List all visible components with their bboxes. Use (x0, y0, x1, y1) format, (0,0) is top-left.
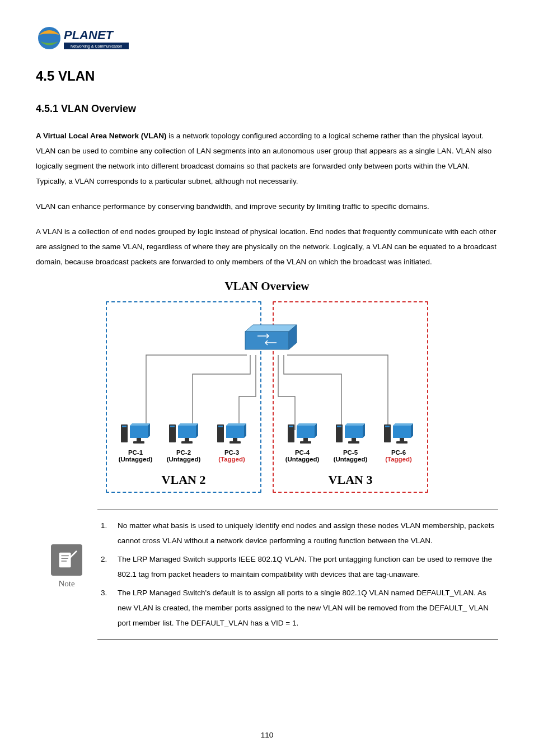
pc-tag: (Untagged) (167, 456, 201, 463)
diagram-title: VLAN Overview (106, 279, 428, 293)
svg-marker-18 (226, 423, 246, 426)
pc-name: PC-3 (224, 449, 239, 456)
svg-rect-5 (130, 426, 148, 438)
note-item: 1.No matter what basis is used to unique… (99, 518, 497, 548)
svg-rect-14 (185, 438, 189, 441)
pc-name: PC-4 (295, 449, 310, 456)
pc-name: PC-6 (391, 449, 406, 456)
svg-rect-10 (170, 426, 175, 427)
pc-tag: (Tagged) (218, 456, 245, 463)
page-number: 110 (0, 731, 534, 739)
pc-tag: (Tagged) (385, 456, 412, 463)
svg-marker-34 (363, 423, 365, 438)
svg-rect-47 (59, 553, 71, 568)
pc-name: PC-2 (176, 449, 191, 456)
svg-marker-11 (178, 423, 198, 426)
pc-node: PC-2(Untagged) (161, 420, 207, 463)
svg-rect-43 (396, 441, 407, 444)
pc-name: PC-1 (128, 449, 143, 456)
svg-marker-6 (148, 423, 150, 438)
note-item: 3.The LRP Managed Switch's default is to… (99, 585, 497, 631)
paragraph-1-lead: A Virtual Local Area Network (VLAN) (36, 132, 167, 140)
svg-rect-8 (133, 441, 144, 444)
svg-rect-42 (400, 438, 404, 441)
pc-tag: (Untagged) (334, 456, 368, 463)
svg-rect-17 (218, 426, 223, 427)
svg-rect-33 (345, 426, 363, 438)
note-item-text: The LRP Managed Switch supports IEEE 802… (118, 552, 497, 582)
note-icon (51, 544, 82, 576)
pc-tag: (Untagged) (285, 456, 320, 463)
note-block: Note 1.No matter what basis is used to u… (36, 510, 498, 640)
pc-node: PC-1(Untagged) (113, 420, 158, 463)
note-item-number: 1. (99, 518, 118, 548)
svg-rect-3 (122, 426, 127, 427)
pc-tag: (Untagged) (119, 456, 153, 463)
svg-marker-13 (196, 423, 198, 438)
switch-icon (236, 319, 298, 358)
pc-name: PC-5 (343, 449, 358, 456)
svg-rect-15 (181, 441, 193, 444)
logo-tagline-text: Networking & Communication (71, 44, 122, 49)
pc-node: PC-3(Tagged) (209, 420, 255, 463)
svg-marker-25 (297, 423, 317, 426)
svg-marker-32 (345, 423, 365, 426)
section-heading: 4.5 VLAN (36, 68, 498, 84)
svg-marker-27 (315, 423, 317, 438)
note-item-text: The LRP Managed Switch's default is to a… (118, 585, 497, 631)
svg-rect-29 (300, 441, 311, 444)
svg-marker-41 (411, 423, 413, 438)
note-item-number: 3. (99, 585, 118, 631)
svg-rect-19 (226, 426, 244, 438)
paragraph-2: VLAN can enhance performance by conservi… (36, 199, 498, 214)
pc-node: PC-4(Untagged) (279, 420, 325, 463)
svg-rect-22 (229, 441, 241, 444)
svg-rect-31 (337, 426, 341, 427)
svg-rect-38 (385, 426, 390, 427)
note-label: Note (58, 579, 74, 589)
note-item-text: No matter what basis is used to uniquely… (118, 518, 497, 548)
svg-marker-44 (245, 325, 297, 332)
svg-rect-7 (137, 438, 141, 441)
vlan2-label: VLAN 2 (107, 473, 260, 487)
svg-rect-24 (289, 426, 293, 427)
planet-logo-icon: PLANET Networking & Communication (36, 22, 131, 54)
vlan-diagram: VLAN Overview PC-1(Untagged) (36, 279, 498, 494)
vlan3-label: VLAN 3 (274, 473, 427, 487)
brand-logo: PLANET Networking & Communication (36, 22, 498, 54)
svg-rect-12 (178, 426, 196, 438)
svg-rect-36 (348, 441, 359, 444)
svg-rect-28 (303, 438, 308, 441)
note-list: 1.No matter what basis is used to unique… (97, 510, 498, 640)
svg-marker-39 (393, 423, 413, 426)
subsection-heading: 4.5.1 VLAN Overview (36, 103, 498, 115)
svg-rect-35 (352, 438, 356, 441)
svg-rect-26 (297, 426, 315, 438)
note-item-number: 2. (99, 552, 118, 582)
paragraph-3: A VLAN is a collection of end nodes grou… (36, 224, 498, 269)
note-item: 2.The LRP Managed Switch supports IEEE 8… (99, 552, 497, 582)
svg-marker-4 (130, 423, 150, 426)
pc-node: PC-6(Tagged) (376, 420, 421, 463)
paragraph-1: A Virtual Local Area Network (VLAN) is a… (36, 128, 498, 189)
pc-node: PC-5(Untagged) (327, 420, 373, 463)
svg-rect-40 (393, 426, 411, 438)
svg-marker-20 (244, 423, 246, 438)
svg-rect-21 (233, 438, 237, 441)
logo-brand-text: PLANET (64, 28, 114, 42)
